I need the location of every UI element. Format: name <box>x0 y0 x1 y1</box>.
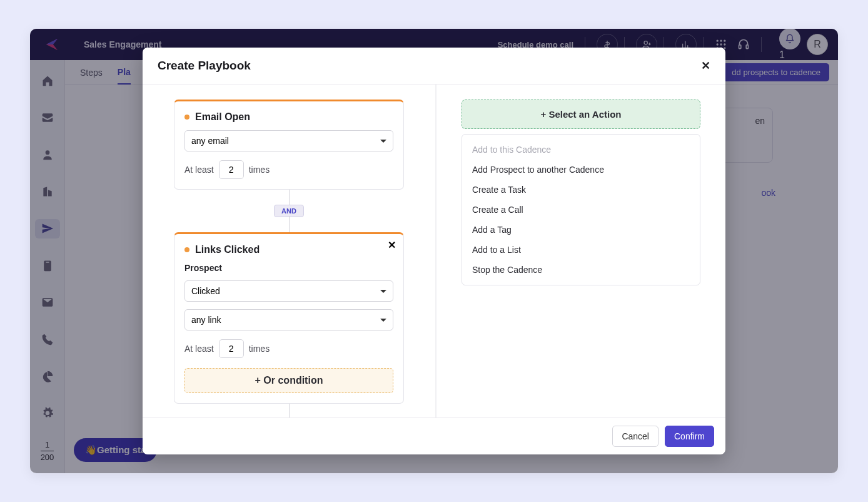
chevron-down-icon <box>380 140 386 143</box>
action-add-another-cadence[interactable]: Add Prospect to another Cadence <box>462 160 700 180</box>
close-icon[interactable]: ✕ <box>701 59 710 73</box>
condition-title: Email Open <box>184 111 393 123</box>
modal-overlay: Create Playbook ✕ Email Open any email A… <box>30 29 838 473</box>
add-or-condition-button[interactable]: + Or condition <box>184 368 393 393</box>
condition-email-open: Email Open any email At least times <box>174 100 404 190</box>
action-stop-cadence[interactable]: Stop the Cadence <box>462 260 700 280</box>
create-playbook-modal: Create Playbook ✕ Email Open any email A… <box>143 48 725 454</box>
connector-line <box>289 404 290 417</box>
conditions-panel: Email Open any email At least times AND … <box>143 85 435 417</box>
status-dot-icon <box>184 115 189 120</box>
connector-line <box>289 190 290 206</box>
atleast-row: At least times <box>184 160 393 179</box>
modal-header: Create Playbook ✕ <box>143 48 725 85</box>
and-operator: AND <box>274 205 304 217</box>
click-type-select[interactable]: Clicked <box>184 280 393 302</box>
modal-footer: Cancel Confirm <box>143 417 725 454</box>
actions-panel: + Select an Action Add to this Cadence A… <box>437 85 725 417</box>
count-input[interactable] <box>219 339 244 358</box>
link-select[interactable]: any link <box>184 309 393 330</box>
action-add-this-cadence: Add to this Cadence <box>462 140 700 160</box>
action-create-task[interactable]: Create a Task <box>462 180 700 200</box>
connector-line <box>289 216 290 232</box>
select-action-button[interactable]: + Select an Action <box>462 100 700 129</box>
action-create-call[interactable]: Create a Call <box>462 200 700 220</box>
condition-title: Links Clicked <box>184 244 393 255</box>
cancel-button[interactable]: Cancel <box>612 426 659 447</box>
action-dropdown: Add to this Cadence Add Prospect to anot… <box>462 134 700 285</box>
chevron-down-icon <box>380 319 386 322</box>
chevron-down-icon <box>380 290 386 293</box>
condition-links-clicked: ✕ Links Clicked Prospect Clicked any lin… <box>174 232 404 404</box>
prospect-label: Prospect <box>184 263 393 273</box>
remove-condition-icon[interactable]: ✕ <box>388 239 396 251</box>
email-select[interactable]: any email <box>184 130 393 151</box>
action-add-list[interactable]: Add to a List <box>462 240 700 260</box>
atleast-row: At least times <box>184 339 393 358</box>
modal-title: Create Playbook <box>158 59 251 73</box>
count-input[interactable] <box>219 160 244 179</box>
confirm-button[interactable]: Confirm <box>665 426 714 447</box>
status-dot-icon <box>184 247 189 252</box>
action-add-tag[interactable]: Add a Tag <box>462 220 700 240</box>
app-window: Sales Engagement Schedule demo call 1 R <box>30 29 838 473</box>
